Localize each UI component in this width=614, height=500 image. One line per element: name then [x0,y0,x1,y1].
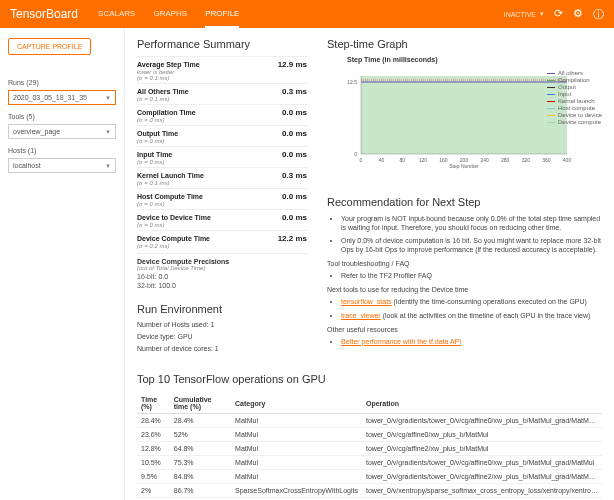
svg-text:160: 160 [439,157,448,163]
table-header: Category [231,393,362,414]
tab-scalars[interactable]: SCALARS [98,0,135,28]
legend-item: Device compute [547,119,602,125]
step-time-chart: Step Time (in milliseconds) 12.5 0 04080… [327,56,602,186]
run-environment: Run Environment Number of Hosts used: 1 … [137,303,307,352]
svg-text:80: 80 [399,157,405,163]
refresh-icon[interactable]: ⟳ [554,7,563,22]
chevron-down-icon: ▼ [105,95,111,101]
metric-row: Device Compute Time(σ = 0.2 ms)12.2 ms [137,230,307,251]
chart-legend: All othersCompilationOutputInputKernel l… [547,70,602,126]
chart-svg: 12.5 0 04080120160200240280320360400 Ste… [347,70,577,170]
table-row: 10.5%75.3%MatMultower_0/v/gradients/towe… [137,456,602,470]
other-link[interactable]: Better performance with the tf.data API [341,338,461,345]
perf-title: Performance Summary [137,38,307,50]
metric-row: Device to Device Time(σ = 0 ms)0.0 ms [137,209,307,230]
help-icon[interactable]: ⓘ [593,7,604,22]
svg-text:40: 40 [379,157,385,163]
svg-text:400: 400 [563,157,572,163]
recommendations: Recommendation for Next Step Your progra… [327,196,602,346]
env-cores: Number of device cores: 1 [137,345,307,352]
svg-rect-0 [361,76,567,154]
runs-label: Runs (29) [8,79,116,86]
graph-title: Step-time Graph [327,38,602,50]
ops-table: Time (%)Cumulative time (%)CategoryOpera… [137,393,602,500]
header-tabs: SCALARS GRAPHS PROFILE [98,0,239,28]
table-row: 28.4%28.4%MatMultower_0/v/gradients/towe… [137,414,602,428]
env-title: Run Environment [137,303,307,315]
legend-item: Kernel launch [547,98,602,104]
legend-item: Output [547,84,602,90]
runs-select[interactable]: 2020_03_05_18_31_35▼ [8,90,116,105]
rec-bullet: Your program is NOT input-bound because … [341,214,602,232]
table-header: Operation [362,393,602,414]
app-header: TensorBoard SCALARS GRAPHS PROFILE INACT… [0,0,614,28]
rec-bullet: Only 0.0% of device computation is 16 bi… [341,236,602,254]
table-row: 23.6%52%MatMultower_0/v/cg/affine0/xw_pl… [137,428,602,442]
table-row: 2%86.7%SparseSoftmaxCrossEntropyWithLogi… [137,484,602,498]
svg-text:0: 0 [360,157,363,163]
legend-item: All others [547,70,602,76]
brand-label: TensorBoard [10,7,78,21]
faq-item: Refer to the TF2 Profiler FAQ [341,271,602,280]
main-content: Performance Summary Average Step Timelow… [125,28,614,500]
table-row: 12.8%64.8%MatMultower_0/v/cg/affine2/xw_… [137,442,602,456]
table-row: 9.5%84.8%MatMultower_0/v/gradients/tower… [137,470,602,484]
svg-text:280: 280 [501,157,510,163]
legend-item: Device to device [547,112,602,118]
tool-link[interactable]: trace_viewer [341,312,381,319]
legend-item: Compilation [547,77,602,83]
metric-row: Compilation Time(σ = 0 ms)0.0 ms [137,104,307,125]
metric-row: Average Step Timelower is better(σ = 0.1… [137,56,307,83]
next-tool-item: tensorflow_stats (identify the time-cons… [341,297,602,306]
metric-row: Output Time(σ = 0 ms)0.0 ms [137,125,307,146]
hosts-label: Hosts (1) [8,147,116,154]
right-column: Step-time Graph Step Time (in millisecon… [327,38,602,357]
next-tool-item: trace_viewer (look at the activities on … [341,311,602,320]
chart-inner-title: Step Time (in milliseconds) [347,56,602,63]
env-device: Device type: GPU [137,333,307,340]
tools-select[interactable]: overview_page▼ [8,124,116,139]
metric-row: Input Time(σ = 0 ms)0.0 ms [137,146,307,167]
sidebar: CAPTURE PROFILE Runs (29) 2020_03_05_18_… [0,28,125,500]
metric-row: All Others Time(σ = 0.1 ms)0.3 ms [137,83,307,104]
tool-link[interactable]: tensorflow_stats [341,298,392,305]
table-header: Time (%) [137,393,170,414]
chevron-down-icon: ▼ [105,129,111,135]
metric-row: Kernel Launch Time(σ = 0.1 ms)0.3 ms [137,167,307,188]
precisions-block: Device Compute Precisions (out of Total … [137,253,307,289]
settings-icon[interactable]: ⚙ [573,7,583,22]
table-header: Cumulative time (%) [170,393,231,414]
svg-text:0: 0 [354,151,357,157]
chevron-down-icon[interactable]: ▾ [540,10,544,18]
svg-text:12.5: 12.5 [347,79,357,85]
capture-profile-button[interactable]: CAPTURE PROFILE [8,38,91,55]
legend-item: Input [547,91,602,97]
hosts-select[interactable]: localhost▼ [8,158,116,173]
svg-text:Step Number: Step Number [449,163,479,169]
performance-summary: Performance Summary Average Step Timelow… [137,38,307,357]
top-ops-section: Top 10 TensorFlow operations on GPU Time… [137,373,602,500]
other-label: Other useful resources [327,326,602,333]
status-label: INACTIVE▾ [504,10,544,18]
tab-graphs[interactable]: GRAPHS [153,0,187,28]
faq-label: Tool troubleshooting / FAQ [327,260,602,267]
rec-title: Recommendation for Next Step [327,196,602,208]
ops-title: Top 10 TensorFlow operations on GPU [137,373,602,385]
tab-profile[interactable]: PROFILE [205,0,239,28]
svg-text:320: 320 [522,157,531,163]
metric-row: Host Compute Time(σ = 0 ms)0.0 ms [137,188,307,209]
next-tools-label: Next tools to use for reducing the Devic… [327,286,602,293]
legend-item: Host compute [547,105,602,111]
svg-text:360: 360 [542,157,551,163]
tools-label: Tools (5) [8,113,116,120]
svg-text:240: 240 [480,157,489,163]
svg-text:120: 120 [419,157,428,163]
chevron-down-icon: ▼ [105,163,111,169]
env-hosts: Number of Hosts used: 1 [137,321,307,328]
